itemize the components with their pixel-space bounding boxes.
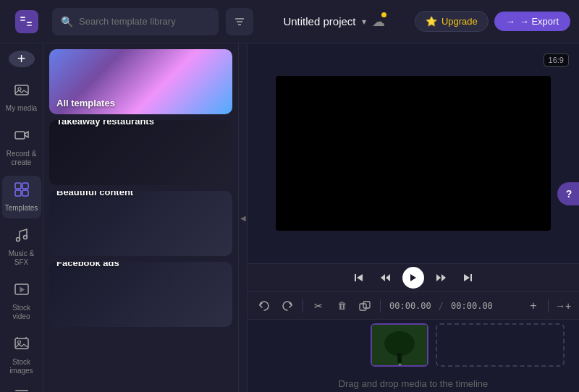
template-label-facebook: Facebook ads bbox=[56, 262, 119, 268]
timeline-clip[interactable]: ⎆ bbox=[371, 323, 428, 367]
filter-button[interactable] bbox=[226, 8, 253, 35]
svg-point-8 bbox=[18, 88, 21, 90]
svg-rect-3 bbox=[27, 25, 32, 26]
upgrade-button[interactable]: ⭐ Upgrade bbox=[415, 11, 489, 32]
template-card-takeaway[interactable]: Takeaway restaurants bbox=[49, 120, 232, 185]
editor-area: 16:9 ? bbox=[248, 43, 579, 392]
preview-area: 16:9 ? bbox=[248, 43, 579, 263]
timeline-toolbar: ✂ 🗑 00:00.00 / 00:00.00 + →+ bbox=[248, 292, 579, 320]
logo-area bbox=[9, 10, 45, 33]
export-label: → Export bbox=[520, 16, 559, 27]
stock-images-label: Stock images bbox=[5, 358, 38, 375]
rewind-button[interactable] bbox=[376, 269, 394, 286]
sidebar-item-record[interactable]: Record & create bbox=[2, 122, 41, 173]
timecode-current: 00:00.00 bbox=[389, 301, 431, 311]
svg-rect-0 bbox=[20, 17, 25, 18]
search-bar[interactable]: 🔍 bbox=[52, 8, 219, 35]
skip-end-button[interactable] bbox=[459, 269, 476, 286]
svg-rect-13 bbox=[22, 190, 28, 196]
export-arrow-icon: → bbox=[506, 16, 515, 27]
svg-rect-24 bbox=[355, 274, 356, 281]
duplicate-button[interactable] bbox=[355, 297, 374, 315]
cursor-icon: ⎆ bbox=[397, 361, 402, 367]
templates-panel: All templates Takeaway restaurants Beaut… bbox=[43, 43, 239, 392]
stock-video-icon bbox=[14, 281, 30, 301]
toolbar-separator-1 bbox=[303, 299, 303, 312]
sidebar-item-music[interactable]: Music & SFX bbox=[2, 221, 41, 273]
svg-rect-11 bbox=[22, 183, 28, 189]
project-title: Untitled project bbox=[283, 15, 355, 27]
topbar-center: Untitled project ▾ ☁ bbox=[261, 14, 407, 30]
svg-point-29 bbox=[384, 331, 415, 356]
timecode-total: 00:00.00 bbox=[451, 301, 493, 311]
record-label: Record & create bbox=[7, 150, 37, 167]
playback-controls bbox=[248, 263, 579, 292]
svg-rect-12 bbox=[15, 190, 21, 196]
svg-rect-21 bbox=[15, 390, 28, 391]
main-area: + My media Record & create bbox=[0, 43, 579, 392]
upgrade-label: Upgrade bbox=[441, 16, 478, 27]
delete-button[interactable]: 🗑 bbox=[332, 297, 351, 315]
drop-zone bbox=[436, 323, 565, 367]
help-button[interactable]: ? bbox=[557, 182, 579, 205]
redo-button[interactable] bbox=[278, 297, 297, 315]
chevron-down-icon[interactable]: ▾ bbox=[362, 17, 366, 27]
search-input[interactable] bbox=[79, 16, 210, 27]
template-label-beautiful: Beautiful content bbox=[56, 191, 133, 197]
timeline-track: ⎆ bbox=[248, 320, 579, 370]
search-icon: 🔍 bbox=[61, 16, 73, 27]
svg-rect-25 bbox=[470, 274, 472, 281]
music-icon bbox=[14, 227, 30, 247]
stock-video-label: Stock video bbox=[5, 304, 38, 321]
cut-button[interactable]: ✂ bbox=[309, 297, 328, 315]
video-preview bbox=[276, 76, 551, 231]
toolbar-separator-3 bbox=[548, 299, 549, 312]
topbar: 🔍 Untitled project ▾ ☁ ⭐ Upgrade → → Exp… bbox=[0, 0, 579, 43]
svg-rect-7 bbox=[15, 85, 28, 95]
star-icon: ⭐ bbox=[426, 16, 437, 27]
panel-collapse-handle[interactable]: ◀ bbox=[239, 43, 248, 392]
cloud-status: ☁ bbox=[372, 14, 385, 30]
logo-icon bbox=[15, 10, 38, 33]
svg-rect-2 bbox=[27, 22, 32, 23]
skip-start-button[interactable] bbox=[350, 269, 368, 286]
topbar-right: ⭐ Upgrade → → Export bbox=[415, 11, 570, 32]
zoom-out-button[interactable]: →+ bbox=[554, 297, 572, 315]
sidebar-item-templates[interactable]: Templates bbox=[2, 176, 41, 218]
sidebar-item-my-media[interactable]: My media bbox=[2, 76, 41, 119]
template-bg-facebook bbox=[49, 262, 232, 327]
sidebar-more[interactable]: More ▾ bbox=[7, 384, 35, 392]
template-label-all: All templates bbox=[56, 98, 115, 108]
template-label-takeaway: Takeaway restaurants bbox=[56, 120, 154, 127]
my-media-icon bbox=[14, 82, 30, 101]
svg-rect-1 bbox=[20, 20, 25, 21]
svg-rect-10 bbox=[15, 183, 21, 189]
template-card-beautiful[interactable]: Beautiful content bbox=[49, 191, 232, 256]
export-button[interactable]: → → Export bbox=[494, 12, 570, 31]
music-label: Music & SFX bbox=[5, 250, 38, 267]
sidebar-item-stock-images[interactable]: Stock images bbox=[2, 330, 41, 381]
timeline: ⎆ Drag and drop media to the timeline bbox=[248, 320, 579, 392]
template-card-facebook[interactable]: Facebook ads bbox=[49, 262, 232, 327]
drop-hint: Drag and drop media to the timeline bbox=[331, 378, 496, 389]
clip-thumbnail bbox=[372, 325, 427, 365]
svg-rect-17 bbox=[15, 338, 28, 349]
add-track-button[interactable]: + bbox=[525, 297, 542, 315]
my-media-label: My media bbox=[6, 104, 37, 113]
svg-point-18 bbox=[17, 341, 20, 344]
svg-point-14 bbox=[16, 238, 20, 242]
svg-point-15 bbox=[23, 236, 27, 239]
sidebar-icons: + My media Record & create bbox=[0, 43, 43, 392]
fast-forward-button[interactable] bbox=[433, 269, 450, 286]
timeline-bottom: Drag and drop media to the timeline bbox=[248, 370, 579, 392]
template-card-all-templates[interactable]: All templates bbox=[49, 49, 232, 114]
timecode-separator: / bbox=[439, 301, 444, 311]
play-button[interactable] bbox=[402, 267, 424, 289]
add-button[interactable]: + bbox=[9, 51, 35, 67]
aspect-ratio-badge: 16:9 bbox=[544, 54, 569, 67]
sidebar-item-stock-video[interactable]: Stock video bbox=[2, 276, 41, 327]
record-icon bbox=[14, 127, 30, 147]
templates-icon bbox=[14, 182, 30, 201]
collapse-arrow-icon: ◀ bbox=[240, 214, 246, 222]
undo-button[interactable] bbox=[255, 297, 274, 315]
